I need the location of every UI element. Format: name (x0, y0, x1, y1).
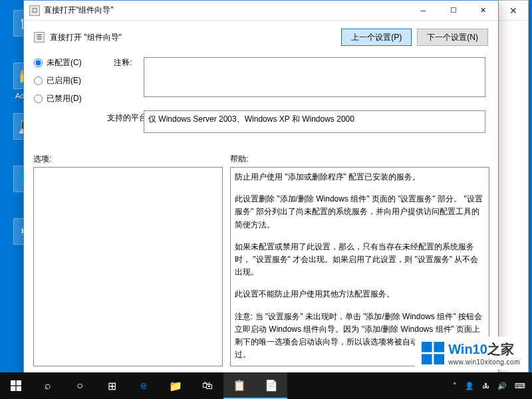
gpedit-icon: 📋 (233, 379, 246, 392)
document-icon: ☰ (34, 32, 45, 43)
network-tray-icon[interactable]: 🖧 (478, 382, 493, 390)
svg-rect-1 (434, 342, 445, 352)
svg-rect-3 (434, 354, 445, 364)
help-paragraph: 此设置删除 "添加/删除 Windows 组件" 页面的 "设置服务" 部分。 … (235, 193, 485, 231)
app-icon: ☐ (29, 5, 40, 16)
radio-section: 未配置(C) 已启用(E) 已禁用(D) (34, 57, 82, 111)
search-icon: ⌕ (45, 380, 51, 392)
svg-rect-5 (17, 380, 21, 385)
folder-icon: 📁 (169, 380, 182, 392)
close-button[interactable]: ✕ (468, 1, 498, 20)
explorer-app[interactable]: 📁 (160, 372, 192, 399)
bg-close-button[interactable]: ✕ (498, 1, 528, 21)
watermark-text: Win10之家 www.win10xitong.com (448, 340, 520, 366)
tray-overflow-icon[interactable]: ˄ (449, 382, 461, 390)
people-icon[interactable]: 👤 (461, 382, 478, 390)
notepad-icon: 📄 (265, 379, 278, 392)
radio-enabled[interactable]: 已启用(E) (34, 75, 82, 86)
store-app[interactable]: 🛍 (192, 372, 223, 399)
radio-not-configured[interactable]: 未配置(C) (34, 57, 82, 68)
help-paragraph: 此设置不能防止用户使用其他方法配置服务。 (235, 288, 485, 301)
titlebar[interactable]: ☐ 直接打开"组件向导" ─ ☐ ✕ (24, 1, 498, 21)
taskview-icon: ⊞ (108, 380, 116, 392)
edge-icon: e (141, 380, 147, 392)
search-button[interactable]: ⌕ (32, 372, 64, 399)
cortana-icon: ○ (76, 380, 83, 392)
radio-label: 已禁用(D) (47, 93, 82, 104)
taskview-button[interactable]: ⊞ (96, 372, 128, 399)
comment-label: 注释: (114, 57, 132, 68)
radio-label: 未配置(C) (47, 57, 82, 68)
prev-setting-button[interactable]: 上一个设置(P) (341, 29, 412, 46)
notepad-app[interactable]: 📄 (255, 372, 287, 399)
header-row: ☰ 直接打开 "组件向导" 上一个设置(P) 下一个设置(N) (24, 21, 498, 53)
windows-logo-icon (422, 342, 444, 364)
radio-not-configured-input[interactable] (34, 59, 43, 67)
radio-disabled[interactable]: 已禁用(D) (34, 93, 82, 104)
store-icon: 🛍 (202, 380, 213, 392)
policy-dialog: ☐ 直接打开"组件向导" ─ ☐ ✕ ☰ 直接打开 "组件向导" 上一个设置(P… (23, 0, 499, 376)
platform-label: 支持的平台: (107, 112, 149, 124)
svg-rect-7 (17, 386, 21, 391)
radio-label: 已启用(E) (47, 75, 81, 86)
gpedit-app[interactable]: 📋 (223, 372, 255, 399)
platform-value: 仅 Windows Server 2003、Windows XP 和 Windo… (148, 114, 354, 124)
header-title: 直接打开 "组件向导" (50, 32, 336, 43)
window-controls: ─ ☐ ✕ (408, 1, 498, 20)
windows-start-icon (11, 380, 21, 391)
start-button[interactable] (0, 372, 32, 399)
options-label: 选项: (33, 154, 51, 165)
svg-rect-6 (11, 386, 15, 391)
help-label: 帮助: (230, 154, 248, 165)
options-panel (33, 167, 223, 366)
next-setting-button[interactable]: 下一个设置(N) (417, 29, 488, 46)
svg-rect-0 (422, 342, 432, 352)
system-tray[interactable]: ˄ 👤 🖧 🔊 ⌨ (449, 382, 532, 390)
comment-input[interactable] (144, 57, 485, 97)
taskbar[interactable]: ⌕ ○ ⊞ e 📁 🛍 📋 📄 ˄ 👤 🖧 🔊 ⌨ (0, 372, 532, 399)
help-paragraph: 防止用户使用 "添加或删除程序" 配置已安装的服务。 (235, 171, 485, 184)
cortana-button[interactable]: ○ (64, 372, 96, 399)
ime-icon[interactable]: ⌨ (511, 382, 529, 390)
watermark-sub: 之家 (487, 342, 514, 356)
maximize-button[interactable]: ☐ (438, 1, 468, 20)
watermark-url: www.win10xitong.com (448, 358, 520, 366)
minimize-button[interactable]: ─ (408, 1, 438, 20)
edge-app[interactable]: e (128, 372, 160, 399)
radio-enabled-input[interactable] (34, 76, 43, 85)
help-paragraph: 如果未配置或禁用了此设置，那么，只有当存在未经配置的系统服务时， "设置服务" … (235, 241, 485, 279)
volume-icon[interactable]: 🔊 (493, 382, 511, 390)
watermark: Win10之家 www.win10xitong.com (415, 336, 527, 370)
radio-disabled-input[interactable] (34, 94, 43, 103)
svg-rect-4 (11, 380, 15, 385)
watermark-brand: Win10 (448, 342, 487, 356)
platform-display: 仅 Windows Server 2003、Windows XP 和 Windo… (144, 110, 485, 133)
window-title: 直接打开"组件向导" (44, 5, 408, 16)
svg-rect-2 (422, 354, 432, 364)
